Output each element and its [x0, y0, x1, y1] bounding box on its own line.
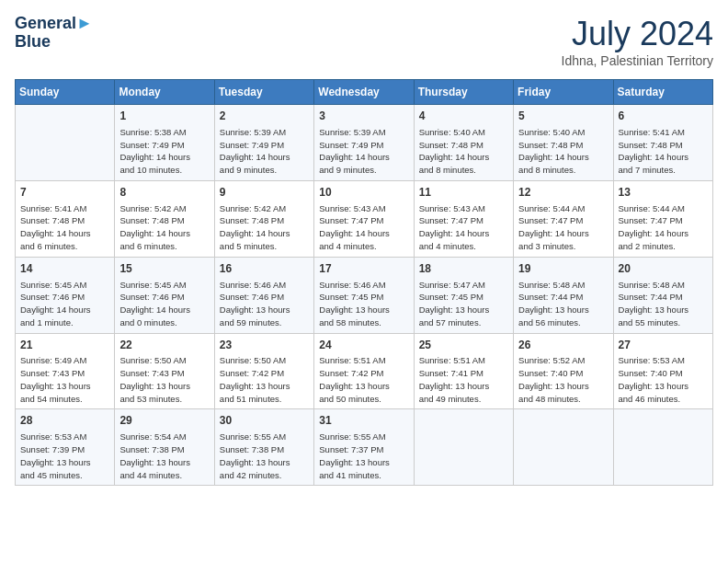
calendar-cell: 5Sunrise: 5:40 AM Sunset: 7:48 PM Daylig…	[514, 105, 613, 181]
calendar-cell: 30Sunrise: 5:55 AM Sunset: 7:38 PM Dayli…	[214, 409, 313, 486]
calendar-cell: 24Sunrise: 5:51 AM Sunset: 7:42 PM Dayli…	[314, 333, 414, 409]
day-number: 19	[518, 261, 608, 277]
day-content: Sunrise: 5:39 AM Sunset: 7:49 PM Dayligh…	[319, 126, 408, 177]
calendar-cell: 21Sunrise: 5:49 AM Sunset: 7:43 PM Dayli…	[16, 333, 115, 409]
calendar-cell: 31Sunrise: 5:55 AM Sunset: 7:37 PM Dayli…	[314, 409, 414, 486]
calendar-cell: 11Sunrise: 5:43 AM Sunset: 7:47 PM Dayli…	[414, 180, 513, 257]
day-content: Sunrise: 5:55 AM Sunset: 7:37 PM Dayligh…	[319, 431, 408, 481]
calendar-cell: 10Sunrise: 5:43 AM Sunset: 7:47 PM Dayli…	[314, 180, 414, 257]
calendar-cell: 26Sunrise: 5:52 AM Sunset: 7:40 PM Dayli…	[514, 333, 613, 409]
calendar-header-row: SundayMondayTuesdayWednesdayThursdayFrid…	[16, 80, 713, 105]
day-number: 10	[319, 185, 408, 201]
day-number: 3	[319, 109, 408, 124]
day-number: 13	[619, 185, 708, 201]
day-content: Sunrise: 5:50 AM Sunset: 7:42 PM Dayligh…	[220, 354, 309, 405]
calendar-cell: 4Sunrise: 5:40 AM Sunset: 7:48 PM Daylig…	[414, 105, 513, 181]
day-number: 12	[518, 185, 608, 201]
calendar-cell: 28Sunrise: 5:53 AM Sunset: 7:39 PM Dayli…	[16, 409, 115, 486]
day-content: Sunrise: 5:46 AM Sunset: 7:45 PM Dayligh…	[319, 279, 408, 329]
day-content: Sunrise: 5:45 AM Sunset: 7:46 PM Dayligh…	[119, 279, 209, 329]
column-header-saturday: Saturday	[613, 80, 712, 105]
calendar-cell: 20Sunrise: 5:48 AM Sunset: 7:44 PM Dayli…	[613, 257, 712, 333]
calendar-cell: 16Sunrise: 5:46 AM Sunset: 7:46 PM Dayli…	[214, 257, 313, 333]
logo-text: General►Blue	[15, 15, 93, 52]
day-content: Sunrise: 5:54 AM Sunset: 7:38 PM Dayligh…	[119, 431, 209, 481]
day-number: 28	[20, 413, 109, 429]
day-content: Sunrise: 5:49 AM Sunset: 7:43 PM Dayligh…	[20, 354, 109, 405]
column-header-tuesday: Tuesday	[214, 80, 313, 105]
calendar-week-row: 14Sunrise: 5:45 AM Sunset: 7:46 PM Dayli…	[16, 257, 713, 333]
column-header-friday: Friday	[514, 80, 613, 105]
month-year: July 2024	[562, 15, 714, 53]
calendar-table: SundayMondayTuesdayWednesdayThursdayFrid…	[15, 79, 713, 486]
day-number: 25	[419, 338, 508, 353]
day-content: Sunrise: 5:52 AM Sunset: 7:40 PM Dayligh…	[518, 354, 608, 405]
day-content: Sunrise: 5:45 AM Sunset: 7:46 PM Dayligh…	[20, 279, 109, 329]
day-number: 14	[20, 261, 109, 277]
day-number: 23	[220, 338, 309, 353]
day-content: Sunrise: 5:46 AM Sunset: 7:46 PM Dayligh…	[220, 279, 309, 329]
day-content: Sunrise: 5:51 AM Sunset: 7:41 PM Dayligh…	[419, 354, 508, 405]
day-content: Sunrise: 5:42 AM Sunset: 7:48 PM Dayligh…	[220, 202, 309, 253]
calendar-cell: 14Sunrise: 5:45 AM Sunset: 7:46 PM Dayli…	[16, 257, 115, 333]
day-content: Sunrise: 5:53 AM Sunset: 7:40 PM Dayligh…	[619, 354, 708, 405]
calendar-cell	[16, 105, 115, 181]
calendar-cell: 18Sunrise: 5:47 AM Sunset: 7:45 PM Dayli…	[414, 257, 513, 333]
calendar-cell: 6Sunrise: 5:41 AM Sunset: 7:48 PM Daylig…	[613, 105, 712, 181]
calendar-cell	[514, 409, 613, 486]
day-content: Sunrise: 5:50 AM Sunset: 7:43 PM Dayligh…	[119, 354, 209, 405]
day-number: 30	[220, 413, 309, 429]
calendar-cell: 12Sunrise: 5:44 AM Sunset: 7:47 PM Dayli…	[514, 180, 613, 257]
column-header-sunday: Sunday	[16, 80, 115, 105]
calendar-cell: 3Sunrise: 5:39 AM Sunset: 7:49 PM Daylig…	[314, 105, 414, 181]
day-number: 1	[119, 109, 209, 124]
calendar-week-row: 28Sunrise: 5:53 AM Sunset: 7:39 PM Dayli…	[16, 409, 713, 486]
day-content: Sunrise: 5:38 AM Sunset: 7:49 PM Dayligh…	[119, 126, 209, 177]
day-content: Sunrise: 5:41 AM Sunset: 7:48 PM Dayligh…	[619, 126, 708, 177]
calendar-cell: 13Sunrise: 5:44 AM Sunset: 7:47 PM Dayli…	[613, 180, 712, 257]
day-number: 18	[419, 261, 508, 277]
day-number: 17	[319, 261, 408, 277]
day-content: Sunrise: 5:43 AM Sunset: 7:47 PM Dayligh…	[319, 202, 408, 253]
day-content: Sunrise: 5:43 AM Sunset: 7:47 PM Dayligh…	[419, 202, 508, 253]
calendar-week-row: 7Sunrise: 5:41 AM Sunset: 7:48 PM Daylig…	[16, 180, 713, 257]
calendar-cell: 25Sunrise: 5:51 AM Sunset: 7:41 PM Dayli…	[414, 333, 513, 409]
day-content: Sunrise: 5:44 AM Sunset: 7:47 PM Dayligh…	[518, 202, 608, 253]
calendar-cell: 9Sunrise: 5:42 AM Sunset: 7:48 PM Daylig…	[214, 180, 313, 257]
day-content: Sunrise: 5:44 AM Sunset: 7:47 PM Dayligh…	[619, 202, 708, 253]
page-header: General►Blue July 2024 Idhna, Palestinia…	[15, 15, 713, 68]
day-number: 29	[119, 413, 209, 429]
calendar-cell: 17Sunrise: 5:46 AM Sunset: 7:45 PM Dayli…	[314, 257, 414, 333]
day-number: 9	[220, 185, 309, 201]
day-content: Sunrise: 5:51 AM Sunset: 7:42 PM Dayligh…	[319, 354, 408, 405]
day-number: 31	[319, 413, 408, 429]
day-number: 24	[319, 338, 408, 353]
column-header-wednesday: Wednesday	[314, 80, 414, 105]
calendar-cell: 19Sunrise: 5:48 AM Sunset: 7:44 PM Dayli…	[514, 257, 613, 333]
day-content: Sunrise: 5:39 AM Sunset: 7:49 PM Dayligh…	[220, 126, 309, 177]
day-content: Sunrise: 5:40 AM Sunset: 7:48 PM Dayligh…	[419, 126, 508, 177]
day-number: 5	[518, 109, 608, 124]
logo: General►Blue	[15, 15, 93, 52]
day-number: 15	[119, 261, 209, 277]
calendar-week-row: 21Sunrise: 5:49 AM Sunset: 7:43 PM Dayli…	[16, 333, 713, 409]
calendar-cell: 27Sunrise: 5:53 AM Sunset: 7:40 PM Dayli…	[613, 333, 712, 409]
calendar-cell: 1Sunrise: 5:38 AM Sunset: 7:49 PM Daylig…	[115, 105, 214, 181]
calendar-cell: 23Sunrise: 5:50 AM Sunset: 7:42 PM Dayli…	[214, 333, 313, 409]
day-content: Sunrise: 5:48 AM Sunset: 7:44 PM Dayligh…	[518, 279, 608, 329]
title-block: July 2024 Idhna, Palestinian Territory	[562, 15, 714, 68]
day-number: 20	[619, 261, 708, 277]
day-content: Sunrise: 5:41 AM Sunset: 7:48 PM Dayligh…	[20, 202, 109, 253]
day-number: 8	[119, 185, 209, 201]
day-number: 26	[518, 338, 608, 353]
calendar-cell: 15Sunrise: 5:45 AM Sunset: 7:46 PM Dayli…	[115, 257, 214, 333]
day-number: 21	[20, 338, 109, 353]
day-number: 22	[119, 338, 209, 353]
calendar-cell	[613, 409, 712, 486]
calendar-cell	[414, 409, 513, 486]
day-number: 6	[619, 109, 708, 124]
location: Idhna, Palestinian Territory	[562, 53, 714, 68]
column-header-thursday: Thursday	[414, 80, 513, 105]
column-header-monday: Monday	[115, 80, 214, 105]
calendar-cell: 8Sunrise: 5:42 AM Sunset: 7:48 PM Daylig…	[115, 180, 214, 257]
